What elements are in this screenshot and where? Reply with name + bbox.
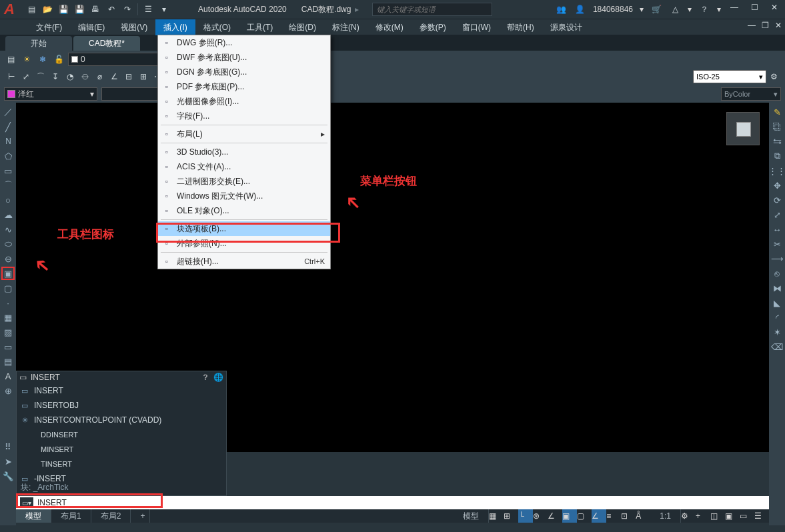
menu-view[interactable]: 视图(V)	[113, 19, 155, 35]
isoview-icon[interactable]: ◫	[710, 509, 725, 523]
command-input[interactable]	[37, 498, 765, 507]
arc-icon[interactable]: ⌒	[1, 179, 15, 192]
polar-icon[interactable]: ⊛	[533, 509, 548, 523]
suggestion-item[interactable]: ▭INSERT	[17, 383, 226, 398]
menu-window[interactable]: 窗口(W)	[454, 19, 499, 35]
makeblock-icon[interactable]: ▢	[1, 281, 15, 295]
help-icon[interactable]: ？	[201, 372, 209, 383]
suggestion-item[interactable]: ▭INSERTOBJ	[17, 398, 226, 413]
freeze-icon[interactable]: ❄	[36, 53, 49, 66]
gradient-icon[interactable]: ▨	[1, 325, 15, 339]
cloud-icon[interactable]: △	[669, 3, 681, 15]
chevron-down-icon[interactable]: ▾	[158, 3, 170, 15]
menu-tools[interactable]: 工具(T)	[239, 19, 281, 35]
move-icon[interactable]: ✥	[770, 179, 784, 192]
region-icon[interactable]: ▭	[1, 340, 15, 353]
chamfer-icon[interactable]: ◣	[770, 296, 784, 309]
maximize-button[interactable]: ☐	[748, 3, 761, 16]
menu-item[interactable]: ▫DWG 参照(R)...	[158, 35, 330, 50]
menu-item[interactable]: ▫二进制图形交换(E)...	[158, 174, 330, 189]
menu-dim[interactable]: 标注(N)	[324, 19, 367, 35]
tab-current[interactable]: CAD教程*	[73, 36, 140, 51]
cmd-icon[interactable]: ➤	[1, 455, 15, 468]
doc-minimize-button[interactable]: —	[745, 21, 758, 34]
menu-help[interactable]: 帮助(H)	[499, 19, 542, 35]
menu-item[interactable]: ▫超链接(H)...Ctrl+K	[158, 254, 330, 269]
break-icon[interactable]: ⎋	[770, 267, 784, 280]
menu-file[interactable]: 文件(F)	[28, 19, 70, 35]
scale-display[interactable]: 1:1	[650, 509, 681, 523]
trim-icon[interactable]: ✂	[770, 237, 784, 251]
dim-linear-icon[interactable]: ⊢	[4, 69, 19, 84]
snap-icon[interactable]: ⊞	[504, 509, 518, 523]
suggestion-item[interactable]: ✳INSERTCONTROLPOINT (CVADD)	[17, 413, 226, 427]
save-icon[interactable]: 💾	[57, 3, 69, 15]
tab-layout1[interactable]: 布局1	[51, 509, 91, 523]
osnap-icon[interactable]: ▣	[562, 509, 577, 523]
menu-item[interactable]: ▫外部参照(N)...	[158, 236, 330, 251]
mirror-icon[interactable]: ⮀	[770, 135, 784, 148]
clean-icon[interactable]: ▭	[740, 509, 754, 523]
menu-item[interactable]: ▫布局(L)	[158, 127, 330, 141]
menu-item[interactable]: ▫Windows 图元文件(W)...	[158, 189, 330, 203]
suggestion-item[interactable]: TINSERT	[17, 457, 226, 471]
color-dropdown[interactable]: 洋红 ▾	[4, 87, 97, 101]
offset-icon[interactable]: ⧉	[770, 149, 784, 163]
menu-format[interactable]: 格式(O)	[195, 19, 239, 35]
dim-dia-icon[interactable]: ⌀	[92, 69, 107, 84]
table-icon[interactable]: ▤	[1, 355, 15, 368]
new-icon[interactable]: ▤	[25, 3, 37, 15]
dim-arc-icon[interactable]: ⌒	[33, 69, 48, 84]
status-model-btn[interactable]: 模型	[454, 509, 489, 523]
dimstyle-dropdown[interactable]: ISO-25▾	[693, 70, 766, 83]
copy-icon[interactable]: ⿻	[770, 120, 784, 133]
plotstyle-dropdown[interactable]: ByColor▾	[721, 87, 781, 101]
dim-quick-icon[interactable]: ⊟	[121, 69, 136, 84]
viewcube[interactable]	[726, 112, 760, 145]
dimstyle-icon[interactable]: ⚙	[766, 69, 781, 84]
rect-icon[interactable]: ▭	[1, 164, 15, 177]
tab-model[interactable]: 模型	[16, 509, 51, 523]
user-icon[interactable]: 👤	[574, 3, 586, 15]
gear-icon[interactable]: ⚙	[681, 509, 696, 523]
open-icon[interactable]: 📂	[41, 3, 53, 15]
custom-icon[interactable]: ☰	[754, 509, 769, 523]
plot-icon[interactable]: 🖶	[89, 3, 101, 15]
autocad-logo[interactable]: A	[4, 2, 21, 17]
menu-item[interactable]: ▫PDF 参考底图(P)...	[158, 79, 330, 94]
dim-ang-icon[interactable]: ∠	[107, 69, 121, 84]
help-icon[interactable]: ？	[698, 3, 710, 15]
scale-icon[interactable]: ⤢	[770, 208, 784, 221]
dim-aligned-icon[interactable]: ⤢	[19, 69, 33, 84]
command-line[interactable]: ▭▾	[16, 496, 769, 509]
layerprops-icon[interactable]: ▤	[4, 53, 17, 66]
plus-icon[interactable]: +	[696, 509, 710, 523]
erase-icon[interactable]: ⌫	[770, 340, 784, 353]
extend-icon[interactable]: ⟶	[770, 252, 784, 265]
sun-icon[interactable]: ☀	[20, 53, 33, 66]
tpy-icon[interactable]: ⊡	[621, 509, 636, 523]
lwt-icon[interactable]: ≡	[606, 509, 621, 523]
line-icon[interactable]: ／	[1, 105, 15, 119]
lock-icon[interactable]: 🔓	[52, 53, 65, 66]
stayconnected-icon[interactable]: 👥	[556, 3, 568, 15]
3dosnap-icon[interactable]: ▢	[577, 509, 592, 523]
polyline-icon[interactable]: Ｎ	[1, 135, 15, 148]
ellipsearc-icon[interactable]: ⊖	[1, 252, 15, 265]
ortho-icon[interactable]: └	[518, 509, 533, 523]
menu-modify[interactable]: 修改(M)	[367, 19, 412, 35]
addselect-icon[interactable]: ⊕	[1, 384, 15, 397]
minimize-button[interactable]: —	[728, 3, 741, 16]
menu-draw[interactable]: 绘图(D)	[281, 19, 324, 35]
menu-item[interactable]: ▫块选项板(B)...	[158, 221, 330, 236]
menu-item[interactable]: ▫ACIS 文件(A)...	[158, 159, 330, 174]
otrack-icon[interactable]: ∠	[592, 509, 606, 523]
menu-item[interactable]: ▫光栅图像参照(I)...	[158, 94, 330, 109]
menu-param[interactable]: 参数(P)	[412, 19, 454, 35]
annoscale-icon[interactable]: Å	[636, 509, 650, 523]
tab-start[interactable]: 开始	[5, 36, 72, 51]
tab-layout2[interactable]: 布局2	[91, 509, 131, 523]
wrench-icon[interactable]: 🔧	[1, 469, 15, 483]
menu-yuanquan[interactable]: 源泉设计	[542, 19, 590, 35]
close-button[interactable]: ✕	[768, 3, 781, 16]
